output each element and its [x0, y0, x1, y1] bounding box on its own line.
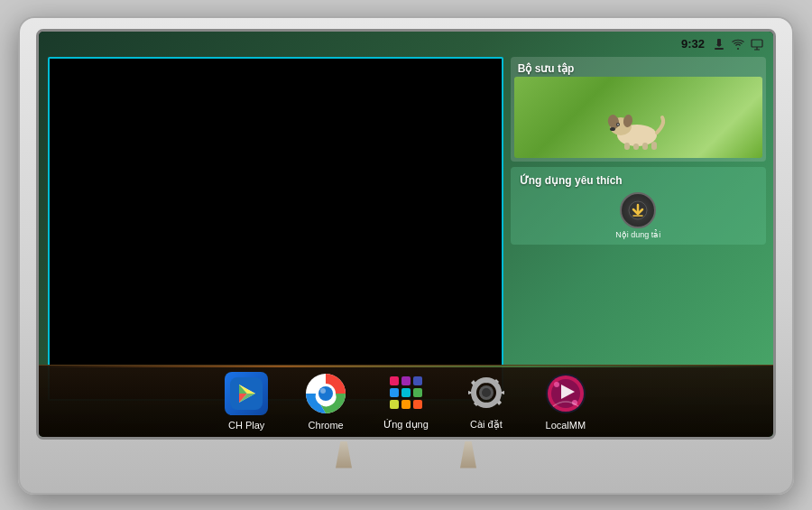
- svg-point-26: [318, 386, 333, 401]
- svg-rect-14: [633, 144, 639, 150]
- chrome-icon: [304, 372, 347, 415]
- apps-grid-svg: [384, 371, 428, 414]
- svg-rect-2: [715, 48, 724, 50]
- localmm-label: LocalMM: [546, 420, 586, 431]
- chrome-label: Chrome: [309, 420, 344, 431]
- svg-rect-15: [642, 143, 648, 150]
- svg-rect-29: [401, 376, 411, 385]
- ch-play-icon: [225, 372, 268, 415]
- apps-title: Ứng dụng yêu thích: [516, 172, 761, 189]
- dog-image: [601, 101, 673, 151]
- svg-rect-32: [401, 388, 411, 397]
- status-bar: 9:32: [39, 32, 773, 57]
- svg-point-39: [482, 388, 491, 397]
- ung-dung-label: Ứng dụng: [383, 419, 429, 431]
- collection-section: Bộ sưu tập: [511, 57, 766, 162]
- clock: 9:32: [681, 37, 705, 51]
- svg-point-27: [320, 388, 326, 394]
- screen-content: 9:32: [39, 32, 773, 437]
- svg-marker-1: [716, 44, 722, 47]
- collection-title: Bộ sưu tập: [514, 60, 762, 77]
- download-arrow-icon: [628, 200, 648, 220]
- collection-image: [514, 77, 762, 158]
- favorite-app-download[interactable]: Nội dung tải: [516, 192, 761, 239]
- app-localmm[interactable]: LocalMM: [544, 372, 587, 431]
- svg-point-43: [554, 382, 559, 387]
- app-ch-play[interactable]: CH Play: [225, 372, 268, 431]
- svg-rect-35: [401, 400, 411, 409]
- app-chrome[interactable]: Chrome: [304, 372, 347, 431]
- ch-play-svg: [230, 377, 263, 410]
- download-label: Nội dung tải: [615, 230, 660, 239]
- app-cai-dat[interactable]: Cài đặt: [465, 371, 508, 431]
- svg-rect-33: [413, 388, 422, 397]
- taskbar: CH Play: [39, 365, 773, 437]
- stand-leg-left: [336, 441, 352, 468]
- svg-point-11: [617, 124, 619, 125]
- tv-stand: [336, 441, 476, 468]
- monitor-icon: [750, 37, 764, 51]
- svg-rect-16: [651, 142, 657, 150]
- svg-rect-31: [390, 388, 399, 397]
- settings-svg: [465, 371, 508, 414]
- localmm-svg: [544, 372, 587, 415]
- svg-rect-36: [413, 400, 422, 409]
- video-area: [48, 57, 503, 402]
- cai-dat-label: Cài đặt: [470, 419, 503, 431]
- svg-rect-28: [390, 376, 399, 385]
- status-icons: [712, 37, 764, 51]
- svg-rect-34: [390, 400, 399, 409]
- tv-screen: 9:32: [36, 29, 776, 440]
- wifi-icon: [731, 37, 745, 51]
- apps-section: Ứng dụng yêu thích Nội dung tải: [511, 167, 766, 245]
- chrome-svg: [304, 372, 347, 415]
- localmm-icon: [544, 372, 587, 415]
- svg-point-12: [610, 127, 615, 131]
- download-icon: [620, 192, 656, 228]
- stand-leg-right: [460, 441, 476, 468]
- settings-icon: [465, 371, 508, 414]
- tv-frame: 9:32: [18, 16, 794, 495]
- svg-rect-3: [752, 40, 762, 47]
- svg-rect-13: [624, 143, 630, 150]
- ch-play-label: CH Play: [228, 420, 264, 431]
- usb-icon: [712, 37, 726, 51]
- app-ung-dung[interactable]: Ứng dụng: [383, 371, 429, 431]
- svg-rect-30: [413, 376, 422, 385]
- apps-grid-icon: [384, 371, 428, 414]
